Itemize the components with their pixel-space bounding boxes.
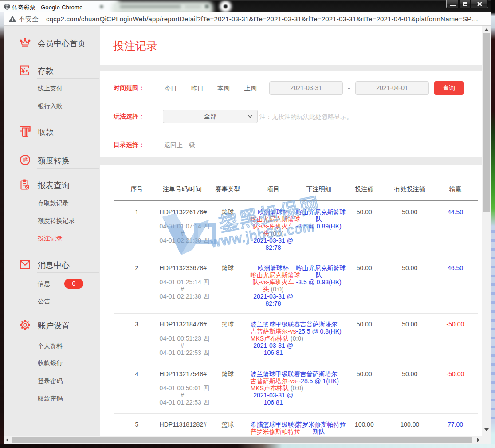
svg-text:«: « [26, 67, 29, 74]
svg-text:¥: ¥ [21, 67, 25, 74]
